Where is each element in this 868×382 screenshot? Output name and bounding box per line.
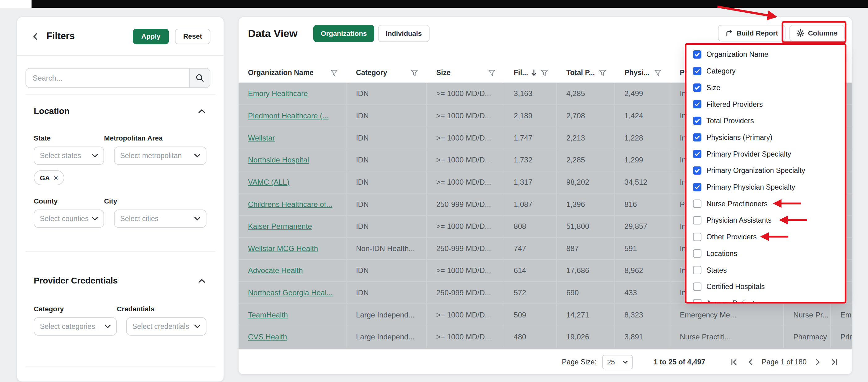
filter-funnel-icon[interactable]: [488, 69, 495, 76]
table-cell: IDN: [346, 83, 427, 105]
filter-funnel-icon[interactable]: [654, 69, 661, 76]
county-select[interactable]: Select counties: [34, 210, 104, 228]
collapse-filters-icon[interactable]: [33, 32, 38, 40]
checkbox-checked-icon[interactable]: [693, 67, 702, 75]
columns-menu-item[interactable]: Other Providers: [686, 228, 844, 245]
collapse-section-icon[interactable]: [198, 109, 205, 113]
build-report-button[interactable]: Build Report: [718, 25, 785, 42]
columns-menu-item[interactable]: Organization Name: [686, 46, 844, 63]
checkbox-unchecked-icon[interactable]: [693, 249, 702, 257]
chevron-down-icon: [191, 217, 200, 221]
columns-menu-item[interactable]: Physicians (Primary): [686, 129, 844, 146]
columns-menu-item-label: Primary Provider Specialty: [706, 150, 791, 158]
checkbox-checked-icon[interactable]: [693, 150, 702, 158]
columns-menu-item[interactable]: Certified Hospitals: [686, 278, 844, 295]
organization-link[interactable]: Piedmont Healthcare (...: [248, 112, 329, 120]
top-black-bar: [32, 0, 868, 8]
organization-link[interactable]: Northside Hospital: [248, 156, 309, 164]
organization-link[interactable]: Northeast Georgia Heal...: [248, 288, 333, 297]
apply-button[interactable]: Apply: [133, 28, 169, 44]
column-header[interactable]: Physi...: [615, 63, 670, 83]
table-cell: 4,285: [557, 83, 615, 105]
checkbox-unchecked-icon[interactable]: [693, 299, 702, 302]
table-cell: Emergency Me...: [670, 304, 784, 326]
column-header[interactable]: Total P...: [557, 63, 615, 83]
columns-menu-item[interactable]: States: [686, 261, 844, 278]
tab-individuals[interactable]: Individuals: [378, 25, 430, 42]
columns-menu-item[interactable]: Primary Provider Specialty: [686, 146, 844, 162]
table-cell: VAMC (ALL): [239, 171, 346, 193]
category-select[interactable]: Select categories: [34, 317, 117, 336]
organization-link[interactable]: Wellstar MCG Health: [248, 244, 318, 253]
page-size-label: Page Size:: [562, 358, 597, 366]
checkbox-checked-icon[interactable]: [693, 83, 702, 91]
next-page-icon[interactable]: [813, 357, 822, 366]
checkbox-checked-icon[interactable]: [693, 133, 702, 141]
columns-menu-item[interactable]: Physician Assistants: [686, 212, 844, 228]
checkbox-unchecked-icon[interactable]: [693, 232, 702, 241]
columns-menu-item-label: Primary Organization Specialty: [706, 166, 805, 174]
columns-menu-item[interactable]: Primary Organization Specialty: [686, 162, 844, 179]
columns-menu-item[interactable]: Nurse Practitioners: [686, 195, 844, 212]
checkbox-unchecked-icon[interactable]: [693, 199, 702, 208]
columns-button[interactable]: Columns: [789, 25, 845, 42]
table-cell: 2,285: [557, 149, 615, 171]
first-page-icon[interactable]: [730, 357, 739, 366]
table-cell: >= 1000 MD/D...: [427, 216, 504, 237]
state-chip[interactable]: GA ×: [34, 170, 64, 185]
columns-menu-item[interactable]: Primary Physician Specialty: [686, 179, 844, 195]
columns-menu-item[interactable]: Locations: [686, 245, 844, 261]
filter-funnel-icon[interactable]: [541, 69, 548, 76]
filter-funnel-icon[interactable]: [599, 69, 606, 76]
search-input[interactable]: [26, 69, 189, 87]
checkbox-unchecked-icon[interactable]: [693, 265, 702, 274]
checkbox-checked-icon[interactable]: [693, 50, 702, 58]
previous-page-icon[interactable]: [746, 357, 755, 366]
organization-link[interactable]: Kaiser Permanente: [248, 222, 312, 231]
columns-menu-item-label: Agency Patients: [706, 299, 758, 302]
reset-button[interactable]: Reset: [175, 28, 211, 44]
organization-link[interactable]: Advocate Health: [248, 266, 303, 275]
organization-link[interactable]: Wellstar: [248, 134, 275, 142]
checkbox-checked-icon[interactable]: [693, 166, 702, 174]
columns-menu-item[interactable]: Agency Patients: [686, 295, 844, 302]
remove-chip-icon[interactable]: ×: [54, 174, 58, 182]
organization-link[interactable]: Emory Healthcare: [248, 90, 308, 98]
chevron-down-icon: [191, 324, 200, 328]
organization-link[interactable]: VAMC (ALL): [248, 178, 289, 186]
state-label: State: [34, 134, 104, 142]
organization-link[interactable]: CVS Health: [248, 333, 287, 341]
sort-desc-icon[interactable]: [531, 69, 537, 76]
column-header[interactable]: Organization Name: [239, 63, 346, 83]
filter-funnel-icon[interactable]: [330, 69, 337, 76]
table-cell: Pharmacy: [784, 326, 831, 348]
table-cell: 1,317: [504, 171, 557, 193]
credentials-select[interactable]: Select credentials: [126, 317, 207, 336]
checkbox-unchecked-icon[interactable]: [693, 282, 702, 291]
page-size-select[interactable]: 25: [602, 354, 633, 369]
last-page-icon[interactable]: [830, 357, 839, 366]
search-button[interactable]: [189, 69, 210, 87]
column-header[interactable]: Fil...: [504, 63, 557, 83]
organization-link[interactable]: TeamHealth: [248, 311, 288, 319]
page-title: Data View: [248, 25, 298, 42]
column-header[interactable]: Category: [346, 63, 427, 83]
columns-menu-item[interactable]: Filtered Providers: [686, 96, 844, 113]
table-cell: 3,163: [504, 83, 557, 105]
column-header[interactable]: Size: [427, 63, 504, 83]
state-select[interactable]: Select states: [34, 147, 104, 165]
checkbox-checked-icon[interactable]: [693, 100, 702, 108]
checkbox-checked-icon[interactable]: [693, 183, 702, 191]
columns-menu-item[interactable]: Total Providers: [686, 112, 844, 129]
metro-area-select[interactable]: Select metropolitan: [114, 147, 207, 165]
organization-link[interactable]: Childrens Healthcare of...: [248, 200, 333, 209]
checkbox-checked-icon[interactable]: [693, 117, 702, 125]
filter-funnel-icon[interactable]: [411, 69, 418, 76]
collapse-section-icon[interactable]: [198, 279, 205, 283]
checkbox-unchecked-icon[interactable]: [693, 216, 702, 224]
columns-menu-item[interactable]: Category: [686, 62, 844, 79]
columns-menu-item[interactable]: Size: [686, 79, 844, 96]
city-select[interactable]: Select cities: [114, 210, 207, 228]
table-cell: >= 1000 MD/D...: [427, 127, 504, 149]
tab-organizations[interactable]: Organizations: [314, 25, 374, 42]
